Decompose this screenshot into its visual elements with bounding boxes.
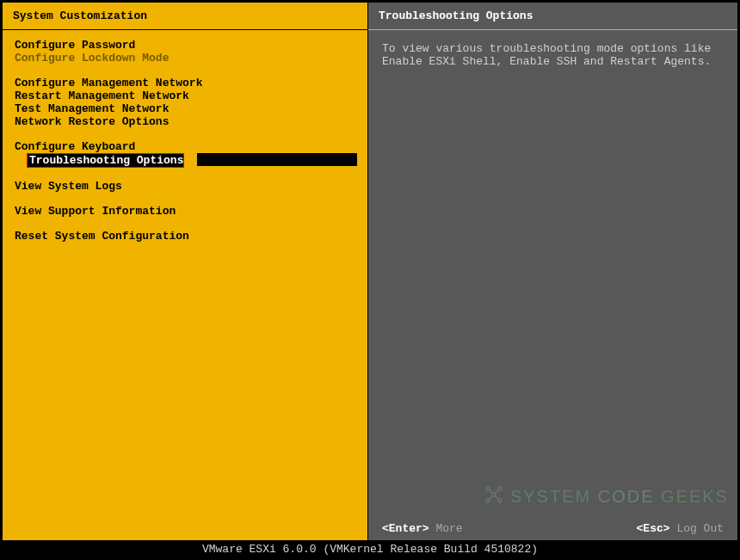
footer-keys: <Enter> More <Esc> Log Out — [368, 522, 737, 535]
right-panel-description: To view various troubleshooting mode opt… — [368, 30, 737, 80]
status-bar: VMware ESXi 6.0.0 (VMKernel Release Buil… — [0, 542, 740, 557]
right-panel-title: Troubleshooting Options — [368, 3, 737, 29]
enter-hint[interactable]: <Enter> More — [382, 522, 463, 535]
menu-item[interactable]: Restart Management Network — [3, 89, 367, 102]
menu-item[interactable]: Network Restore Options — [3, 115, 367, 128]
left-panel-title: System Customization — [3, 3, 367, 29]
menu-item[interactable]: Configure Keyboard — [3, 140, 367, 153]
geeks-logo-icon — [483, 483, 505, 510]
right-panel: Troubleshooting Options To view various … — [368, 3, 737, 540]
svg-point-3 — [498, 499, 502, 502]
svg-point-2 — [486, 499, 490, 502]
menu-item[interactable]: Configure Management Network — [3, 77, 367, 89]
esc-hint[interactable]: <Esc> Log Out — [637, 522, 724, 535]
svg-line-6 — [495, 490, 498, 494]
menu-item[interactable]: Reset System Configuration — [3, 230, 367, 243]
left-panel: System Customization Configure PasswordC… — [3, 3, 368, 540]
menu-list: Configure PasswordConfigure Lockdown Mod… — [3, 30, 367, 243]
svg-line-7 — [489, 496, 492, 500]
menu-item[interactable]: Configure Password — [3, 39, 367, 52]
menu-item[interactable]: Configure Lockdown Mode — [3, 52, 367, 65]
menu-item-selected[interactable]: Troubleshooting Options — [27, 153, 184, 168]
menu-item[interactable]: View Support Information — [3, 205, 367, 218]
svg-point-4 — [492, 493, 496, 496]
svg-point-1 — [498, 487, 502, 490]
watermark-word-3: GEEKS — [661, 487, 729, 507]
svg-line-5 — [489, 490, 492, 494]
menu-item[interactable]: Test Management Network — [3, 102, 367, 115]
svg-point-0 — [486, 487, 490, 490]
menu-item[interactable]: View System Logs — [3, 180, 367, 193]
watermark: SYSTEM CODE GEEKS — [483, 483, 729, 510]
watermark-word-2: CODE — [598, 487, 655, 507]
svg-line-8 — [495, 496, 498, 500]
watermark-word-1: SYSTEM — [510, 487, 591, 507]
